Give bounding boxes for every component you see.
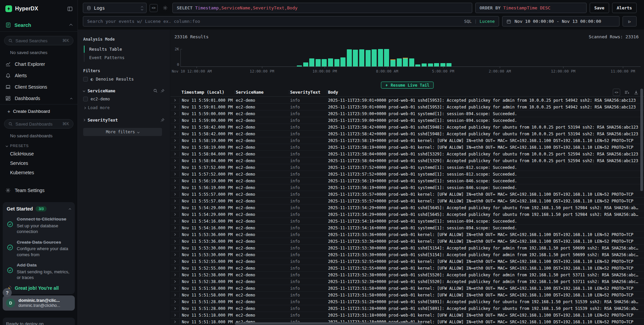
col-severitytext[interactable]: SeverityText [290,90,320,95]
table-row[interactable]: Nov 11 5:54:16.000 PMec2-demoinfo2025-11… [170,225,644,231]
histogram-bar[interactable] [378,49,383,66]
table-row[interactable]: Nov 11 5:58:19.000 PMec2-demoinfo2025-11… [170,137,644,144]
table-row[interactable]: Nov 11 5:52:38.000 PMec2-demoinfo2025-11… [170,272,644,278]
denoise-results-toggle[interactable]: ◐ Denoise Results [83,77,165,82]
mode-event-patterns[interactable]: Event Patterns [85,53,165,62]
saved-searches-input[interactable]: Saved Searches ⌘K [4,36,73,45]
table-row[interactable]: Nov 11 5:59:00.000 PMec2-demoinfo2025-11… [170,117,644,124]
search-input[interactable]: Search your events w/ Lucene ex. column:… [83,16,499,27]
table-row[interactable]: Nov 11 5:55:57.000 PMec2-demoinfo2025-11… [170,191,644,198]
table-row[interactable]: Nov 11 5:52:38.000 PMec2-demoinfo2025-11… [170,278,644,285]
chevron-up-icon[interactable] [69,208,71,211]
facet-checkbox[interactable] [83,97,88,101]
histogram-bar[interactable] [372,49,377,66]
sidebar-section-search[interactable]: Search [0,12,77,31]
row-expand-icon[interactable] [173,159,176,162]
denoise-checkbox[interactable] [83,77,88,82]
help-button[interactable]: ? [3,288,12,297]
histogram-bar[interactable] [409,58,414,66]
search-icon[interactable] [153,89,158,93]
facet-value-ec2-demo[interactable]: ec2-demo [83,97,165,101]
row-expand-icon[interactable] [173,146,176,148]
col-servicename[interactable]: ServiceName [236,90,264,95]
row-expand-icon[interactable] [173,307,176,310]
sql-toggle[interactable]: SQL [464,19,472,24]
histogram-bar[interactable] [340,57,345,66]
histogram-bar[interactable] [384,49,389,66]
row-expand-icon[interactable] [173,227,176,229]
select-columns-input[interactable]: SELECT Timestamp,ServiceName,SeverityTex… [172,3,472,13]
row-expand-icon[interactable] [173,314,176,316]
row-expand-icon[interactable] [173,139,176,142]
table-row[interactable]: Nov 11 5:51:28.000 PMec2-demoinfo2025-11… [170,305,644,312]
create-dashboard-button[interactable]: + Create Dashboard [0,104,77,115]
vertical-scrollbar[interactable] [640,89,643,191]
table-row[interactable]: Nov 11 5:58:04.000 PMec2-demoinfo2025-11… [170,157,644,164]
table-row[interactable]: Nov 11 5:53:30.000 PMec2-demoinfo2025-11… [170,245,644,251]
table-row[interactable]: Nov 11 5:58:04.000 PMec2-demoinfo2025-11… [170,151,644,157]
row-expand-icon[interactable] [173,106,176,108]
horizontal-scrollbar[interactable] [235,322,422,325]
row-expand-icon[interactable] [173,280,176,283]
more-filters-button[interactable]: More filters [83,128,162,136]
table-row[interactable]: Nov 11 5:51:58.000 PMec2-demoinfo2025-11… [170,285,644,292]
table-row[interactable]: Nov 11 5:56:19.000 PMec2-demoinfo2025-11… [170,178,644,184]
sidebar-item-team-settings[interactable]: Team Settings [0,185,77,196]
row-expand-icon[interactable] [173,153,176,155]
table-row[interactable]: Nov 11 5:51:58.000 PMec2-demoinfo2025-11… [170,292,644,298]
row-expand-icon[interactable] [173,180,176,182]
histogram-bar[interactable] [328,58,333,66]
row-expand-icon[interactable] [173,287,176,289]
histogram-bar[interactable] [316,59,321,66]
row-expand-icon[interactable] [173,233,176,236]
column-resize-handle[interactable]: ⋮ [287,89,291,94]
preset-services[interactable]: Services [0,158,77,168]
row-expand-icon[interactable] [173,166,176,169]
histogram-bar[interactable] [309,58,314,66]
settings-button[interactable] [161,3,169,13]
histogram-bar[interactable] [422,63,427,66]
get-started-item[interactable]: Connect to ClickHouse Set up your databa… [7,216,71,235]
column-resize-handle[interactable]: ⋮ [325,89,329,94]
sidebar-item-chart-explorer[interactable]: Chart Explorer [0,58,77,70]
facet-severitytext[interactable]: SeverityText [83,118,165,123]
table-row[interactable]: Nov 11 5:57:52.000 PMec2-demoinfo2025-11… [170,164,644,171]
row-expand-icon[interactable] [173,99,176,101]
mode-results-table[interactable]: Results Table [85,45,165,53]
table-row[interactable]: Nov 11 5:56:19.000 PMec2-demoinfo2025-11… [170,184,644,191]
row-expand-icon[interactable] [173,213,176,216]
row-expand-icon[interactable] [173,220,176,222]
column-resize-handle[interactable]: ⋮ [233,89,237,94]
results-histogram[interactable]: 2K 0 Nov 10 12:00:00 AM12:00:00 PM10:00:… [170,43,644,73]
pin-icon[interactable] [160,118,165,122]
source-select[interactable]: Logs [83,3,147,13]
pin-icon[interactable] [160,89,165,93]
table-row[interactable]: Nov 11 5:58:19.000 PMec2-demoinfo2025-11… [170,144,644,151]
histogram-bar[interactable] [397,58,402,66]
histogram-bar[interactable] [415,64,420,66]
table-row[interactable]: Nov 11 5:59:00.000 PMec2-demoinfo2025-11… [170,110,644,117]
row-expand-icon[interactable] [173,119,176,122]
histogram-bar[interactable] [334,59,339,66]
table-row[interactable]: Nov 11 5:52:55.000 PMec2-demoinfo2025-11… [170,258,644,265]
facet-servicename[interactable]: ServiceName [83,88,165,93]
row-expand-icon[interactable] [173,247,176,249]
histogram-bar[interactable] [303,62,308,66]
histogram-bar[interactable] [446,63,451,66]
table-row[interactable]: Nov 11 5:53:36.000 PMec2-demoinfo2025-11… [170,238,644,245]
row-expand-icon[interactable] [173,260,176,263]
histogram-bar[interactable] [347,49,352,66]
date-range-picker[interactable]: Nov 10 00:00:00 - Nov 13 00:00:00 [502,16,620,27]
histogram-bar[interactable] [322,59,327,66]
table-row[interactable]: Nov 11 5:53:30.000 PMec2-demoinfo2025-11… [170,251,644,258]
user-menu[interactable]: D dominic.tran@clic... dominic.tran@clic… [3,295,75,311]
row-expand-icon[interactable] [173,193,176,195]
row-expand-icon[interactable] [173,173,176,175]
sidebar-item-client-sessions[interactable]: Client Sessions [0,81,77,93]
sidebar-collapse-icon[interactable] [67,6,73,12]
sidebar-item-alerts[interactable]: Alerts [0,70,77,81]
table-row[interactable]: Nov 11 5:54:16.000 PMec2-demoinfo2025-11… [170,218,644,225]
row-expand-icon[interactable] [173,240,176,242]
row-expand-icon[interactable] [173,186,176,189]
row-expand-icon[interactable] [173,126,176,128]
